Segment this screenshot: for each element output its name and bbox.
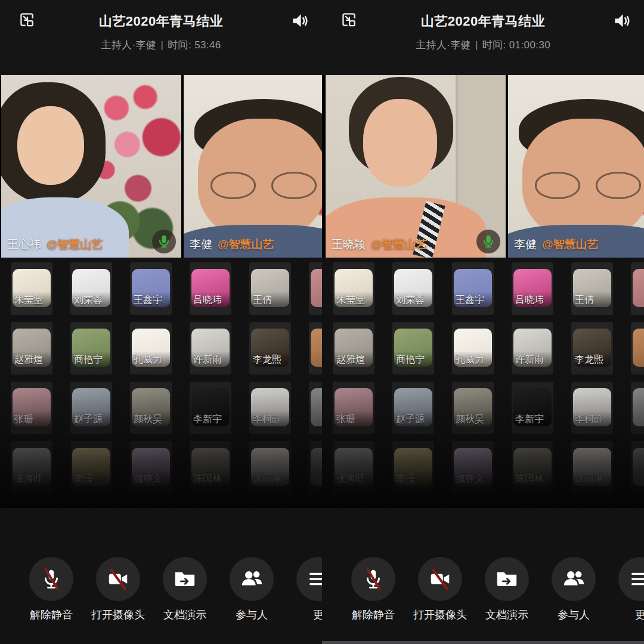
- participant-cell[interactable]: 商艳宁: [392, 322, 434, 374]
- participant-name: 王鑫宇: [132, 292, 170, 307]
- participant-cell-partial[interactable]: [309, 441, 322, 494]
- participant-row: 张海旺南滢魏静文陈国林谢雨琳: [11, 441, 322, 494]
- more-button[interactable]: 更: [296, 557, 322, 622]
- participant-cell[interactable]: 李新宇: [190, 382, 231, 434]
- participant-cell[interactable]: 南滢: [392, 441, 434, 494]
- shrink-window-icon: [17, 22, 36, 31]
- participant-cell[interactable]: 李新宇: [512, 382, 553, 434]
- meeting-title: 山艺2020年青马结业: [364, 13, 602, 30]
- participant-cell[interactable]: 魏静文: [452, 441, 494, 494]
- participant-cell[interactable]: 孔威力: [130, 322, 172, 374]
- camera-off-icon: [418, 557, 462, 601]
- participant-name: 孔威力: [454, 351, 492, 367]
- participant-avatar: [633, 388, 644, 426]
- camera-on-button[interactable]: 打开摄像头: [418, 557, 462, 622]
- participant-cell[interactable]: 朱莹堂: [333, 262, 374, 315]
- participant-name: 朱莹堂: [335, 292, 373, 307]
- participant-avatar: [633, 448, 644, 486]
- participant-cell[interactable]: 许新雨: [190, 322, 231, 374]
- participant-cell[interactable]: 刘荣蓉: [70, 262, 112, 315]
- participant-cell-partial[interactable]: [631, 322, 644, 374]
- meeting-screen-1: 山艺2020年青马结业 主持人·李健|时间:53:46: [0, 0, 322, 644]
- participant-cell[interactable]: 刘荣蓉: [392, 262, 434, 315]
- stage-videos: 王晓颖@智慧山艺 李健@智慧山艺: [322, 75, 644, 258]
- participant-name: 李龙熙: [251, 351, 289, 367]
- video-tile-speaker[interactable]: 王晓颖@智慧山艺: [326, 75, 506, 258]
- host-name: 李健: [190, 238, 212, 250]
- participant-cell[interactable]: 谢雨琳: [249, 441, 291, 494]
- host-label: 主持人·李健: [101, 39, 156, 51]
- participant-cell[interactable]: 陈国林: [512, 441, 553, 494]
- participant-cell[interactable]: 张海旺: [333, 441, 374, 494]
- shrink-window-button[interactable]: [339, 10, 358, 29]
- participant-cell-partial[interactable]: [631, 441, 644, 494]
- unmute-button[interactable]: 解除静音: [29, 557, 73, 622]
- participant-cell-partial[interactable]: [631, 382, 644, 434]
- participant-cell[interactable]: 张海旺: [11, 441, 52, 494]
- participant-cell[interactable]: 谢雨琳: [571, 441, 613, 494]
- participant-name: 许新雨: [513, 351, 552, 367]
- participant-cell-partial[interactable]: [309, 322, 322, 374]
- toolbar-label: 文档演示: [485, 608, 528, 622]
- participant-cell[interactable]: 李龙熙: [571, 322, 613, 374]
- participant-name: 刘荣蓉: [72, 292, 110, 307]
- more-icon: [296, 557, 322, 601]
- doc-present-button[interactable]: 文档演示: [485, 557, 529, 622]
- participant-name: 李柯静: [573, 411, 611, 426]
- participant-name: 张珊: [13, 411, 51, 426]
- participant-name: 李龙熙: [573, 351, 611, 367]
- doc-present-button[interactable]: 文档演示: [163, 557, 207, 622]
- participant-cell-partial[interactable]: [309, 262, 322, 315]
- time-label: 时间:: [482, 39, 506, 51]
- participant-name: 孔威力: [132, 351, 170, 367]
- participants-button[interactable]: 参与人: [552, 557, 596, 622]
- participant-cell[interactable]: 赵子源: [70, 382, 112, 434]
- participant-row: 张珊赵子源颜秋昊李新宇李柯静: [333, 382, 644, 434]
- participant-cell[interactable]: 朱莹堂: [11, 262, 52, 315]
- participant-avatar: [311, 388, 322, 426]
- unmute-button[interactable]: 解除静音: [351, 557, 395, 622]
- participant-cell[interactable]: 张珊: [333, 382, 374, 434]
- glasses-shape: [535, 172, 581, 199]
- participant-name: 张珊: [335, 411, 373, 426]
- video-tile-speaker[interactable]: 王心祎@智慧山艺: [1, 75, 181, 258]
- participant-cell[interactable]: 南滢: [70, 441, 112, 494]
- participant-cell[interactable]: 李龙熙: [249, 322, 291, 374]
- participant-cell[interactable]: 王鑫宇: [130, 262, 172, 315]
- participant-cell-partial[interactable]: [309, 382, 322, 434]
- participant-cell[interactable]: 颜秋昊: [130, 382, 172, 434]
- participant-cell[interactable]: 吕晓玮: [512, 262, 553, 315]
- participant-cell[interactable]: 李柯静: [249, 382, 291, 434]
- participant-cell[interactable]: 颜秋昊: [452, 382, 494, 434]
- speaker-name: 王心祎: [7, 238, 41, 250]
- participant-name: 赵雅煊: [335, 351, 373, 367]
- participant-cell[interactable]: 赵雅煊: [11, 322, 52, 374]
- participant-cell[interactable]: 王鑫宇: [452, 262, 494, 315]
- speaker-button[interactable]: [612, 11, 631, 30]
- participant-cell[interactable]: 王倩: [249, 262, 291, 315]
- participant-cell[interactable]: 王倩: [571, 262, 613, 315]
- more-button[interactable]: 更: [618, 557, 644, 622]
- video-tile-host[interactable]: 李健@智慧山艺: [508, 75, 644, 258]
- participant-avatar: [311, 329, 322, 367]
- participant-cell[interactable]: 陈国林: [190, 441, 231, 494]
- participants-button[interactable]: 参与人: [230, 557, 274, 622]
- camera-on-button[interactable]: 打开摄像头: [96, 557, 140, 622]
- participant-cell-partial[interactable]: [631, 262, 644, 315]
- participant-cell[interactable]: 赵子源: [392, 382, 434, 434]
- participant-cell[interactable]: 李柯静: [571, 382, 613, 434]
- participant-cell[interactable]: 张珊: [11, 382, 52, 434]
- participant-cell[interactable]: 商艳宁: [70, 322, 112, 374]
- participant-cell[interactable]: 孔威力: [452, 322, 494, 374]
- shrink-window-button[interactable]: [17, 10, 36, 29]
- video-tile-host[interactable]: 李健@智慧山艺: [184, 75, 322, 258]
- toolbar-label: 更: [313, 608, 322, 622]
- participant-cell[interactable]: 赵雅煊: [333, 322, 374, 374]
- participant-cell[interactable]: 许新雨: [512, 322, 553, 374]
- speaker-button[interactable]: [290, 11, 309, 30]
- participants-icon: [230, 557, 274, 601]
- participant-cell[interactable]: 魏静文: [130, 441, 172, 494]
- participant-cell[interactable]: 吕晓玮: [190, 262, 231, 315]
- participant-name: 魏静文: [132, 470, 170, 486]
- participant-name: 刘荣蓉: [394, 292, 432, 307]
